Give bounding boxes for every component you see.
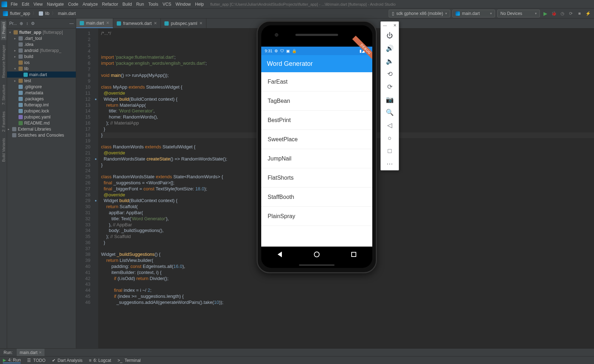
tree-node-pubspec-lock[interactable]: pubspec.lock <box>7 108 76 114</box>
menu-navigate[interactable]: Navigate <box>45 1 66 7</box>
menu-window[interactable]: Window <box>173 1 193 7</box>
emulator-device: 9:31 ⚙ 🛡 ▣ 🔒 ▮◢ ▮ Word Generator FarEast… <box>257 21 377 273</box>
list-item[interactable]: JumpNail <box>261 149 372 168</box>
bottom-tab-todo[interactable]: ☰TODO <box>27 358 45 363</box>
hot-reload-button[interactable]: ⚡ <box>585 11 591 16</box>
list-item[interactable]: BestPrint <box>261 111 372 130</box>
list-item[interactable]: FarEast <box>261 72 372 91</box>
menu-run[interactable]: Run <box>134 1 146 7</box>
menu-analyze[interactable]: Analyze <box>80 1 100 7</box>
back-icon[interactable]: ◁ <box>384 119 395 132</box>
device-selector[interactable]: ▯ sdk gphone x86 (mobile) ▾ <box>389 10 450 17</box>
tree-node--packages[interactable]: .packages <box>7 96 76 102</box>
tree-node-lib[interactable]: ▾lib <box>7 65 76 72</box>
breadcrumb-folder[interactable]: lib <box>45 11 49 16</box>
tool-tab-resource-manager[interactable]: Resource Manager <box>1 43 6 80</box>
android-nav-bar <box>261 247 372 262</box>
volume-down-icon[interactable]: 🔈 <box>384 55 395 68</box>
more-icon[interactable]: ⋯ <box>384 157 395 170</box>
menu-file[interactable]: File <box>9 1 20 7</box>
tree-node--gitignore[interactable]: .gitignore <box>7 84 76 90</box>
breadcrumb-file[interactable]: main.dart <box>58 11 76 16</box>
tree-node-pubspec-yaml[interactable]: pubspec.yaml <box>7 114 76 120</box>
power-icon[interactable]: ⏻ <box>384 29 395 42</box>
navigation-bar: flutter_app 〉 lib 〉 main.dart ▯ sdk gpho… <box>0 9 594 19</box>
list-item[interactable]: PlainSpray <box>261 207 372 226</box>
project-view-mode[interactable]: Pr... <box>9 21 17 26</box>
project-tree[interactable]: ▾flutter_app [flutterapp]▸.dart_tool.ide… <box>7 28 76 348</box>
run-tab[interactable]: main.dart ✕ <box>17 349 44 356</box>
close-icon[interactable]: ✕ <box>393 23 396 28</box>
tool-tab-7-structure[interactable]: 7: Structure <box>1 83 6 106</box>
back-key[interactable] <box>276 251 283 258</box>
home-key[interactable] <box>313 251 320 258</box>
tool-tab-1-project[interactable]: 1: Project <box>1 21 6 40</box>
tree-node-ios[interactable]: ios <box>7 59 76 65</box>
overview-key[interactable] <box>350 251 357 258</box>
menu-refactor[interactable]: Refactor <box>100 1 120 7</box>
close-icon[interactable]: ✕ <box>39 350 42 354</box>
volume-up-icon[interactable]: 🔊 <box>384 42 395 55</box>
rotate-right-icon[interactable]: ⟳ <box>384 80 395 93</box>
no-devices-dropdown[interactable]: No Devices ▾ <box>497 10 540 17</box>
select-opened-icon[interactable]: ⊕ <box>20 21 23 26</box>
menu-build[interactable]: Build <box>120 1 134 7</box>
list-item[interactable]: TagBean <box>261 91 372 111</box>
line-number-gutter[interactable]: 1234567891011121314151617181920212223242… <box>76 28 93 348</box>
debug-button[interactable]: 🐞 <box>551 11 557 16</box>
tree-node-android[interactable]: ▸android [flutterapp_ <box>7 47 76 53</box>
lock-icon: 🔒 <box>292 49 297 53</box>
menu-help[interactable]: Help <box>193 1 206 7</box>
tree-node-flutterapp-iml[interactable]: flutterapp.iml <box>7 102 76 108</box>
minimize-icon[interactable]: — <box>383 23 387 28</box>
hide-panel-icon[interactable]: — <box>69 21 74 26</box>
camera-icon[interactable]: 📷 <box>384 93 395 106</box>
menu-edit[interactable]: Edit <box>20 1 31 7</box>
expand-icon[interactable]: ↕ <box>26 21 28 26</box>
list-item[interactable]: StaffBooth <box>261 188 372 207</box>
menu-view[interactable]: View <box>31 1 45 7</box>
tree-node-main-dart[interactable]: main.dart <box>7 72 76 78</box>
gutter-marks[interactable]: ●●● <box>93 28 98 348</box>
emulator-toolbar: — ✕ ⏻🔊🔈⟲⟳📷🔍◁○□⋯ <box>380 21 399 170</box>
list-item[interactable]: SweetPlace <box>261 130 372 149</box>
menu-tools[interactable]: Tools <box>146 1 161 7</box>
editor-tab-pubspec-yaml[interactable]: pubspec.yaml✕ <box>161 19 206 28</box>
bottom-tab-4-run[interactable]: ▶4: Run <box>3 358 21 363</box>
editor-area: main.dart✕framework.dart✕pubspec.yaml✕ 1… <box>76 19 594 348</box>
clock: 9:31 <box>265 49 272 53</box>
tree-node-build[interactable]: ▸build <box>7 53 76 59</box>
tree-scratches[interactable]: Scratches and Consoles <box>7 132 76 138</box>
list-item[interactable]: FlatShorts <box>261 168 372 188</box>
settings-icon[interactable]: ⚙ <box>31 21 35 26</box>
tree-node--dart-tool[interactable]: ▸.dart_tool <box>7 35 76 41</box>
overview-icon[interactable]: □ <box>384 144 395 157</box>
editor-tab-main-dart[interactable]: main.dart✕ <box>76 19 113 28</box>
attach-button[interactable]: ⟳ <box>568 11 574 16</box>
tool-tab-2-favorites[interactable]: 2: Favorites <box>1 110 6 133</box>
tree-node-readme-md[interactable]: README.md <box>7 120 76 126</box>
bottom-tab-terminal[interactable]: >_Terminal <box>117 358 141 363</box>
tree-node-test[interactable]: ▸test <box>7 78 76 84</box>
project-tool-window: Pr... ⊕ ↕ ⚙ — ▾flutter_app [flutterapp]▸… <box>7 19 76 348</box>
run-config-selector[interactable]: main.dart ▾ <box>452 10 495 17</box>
breadcrumb-project[interactable]: flutter_app <box>10 11 30 16</box>
tree-root[interactable]: ▾flutter_app [flutterapp] <box>7 29 76 35</box>
word-list[interactable]: FarEastTagBeanBestPrintSweetPlaceJumpNai… <box>261 72 372 247</box>
rotate-left-icon[interactable]: ⟲ <box>384 68 395 80</box>
profile-button[interactable]: ◷ <box>559 11 566 16</box>
home-icon[interactable]: ○ <box>384 132 395 144</box>
zoom-icon[interactable]: 🔍 <box>384 106 395 119</box>
menu-vcs[interactable]: VCS <box>161 1 174 7</box>
bottom-tab-dart-analysis[interactable]: ✔Dart Analysis <box>52 358 83 363</box>
run-button[interactable]: ▶ <box>542 11 548 16</box>
tree-node--metadata[interactable]: .metadata <box>7 90 76 96</box>
stop-button[interactable]: ■ <box>576 11 583 16</box>
tree-node--idea[interactable]: .idea <box>7 41 76 47</box>
tree-external-libraries[interactable]: ▸External Libraries <box>7 126 76 132</box>
bottom-tab-6-logcat[interactable]: ≡6: Logcat <box>89 358 111 363</box>
editor-tab-framework-dart[interactable]: framework.dart✕ <box>113 19 161 28</box>
tool-tab-build-variants[interactable]: Build Variants <box>1 137 6 163</box>
run-tab-title: main.dart <box>20 350 37 355</box>
menu-code[interactable]: Code <box>66 1 80 7</box>
